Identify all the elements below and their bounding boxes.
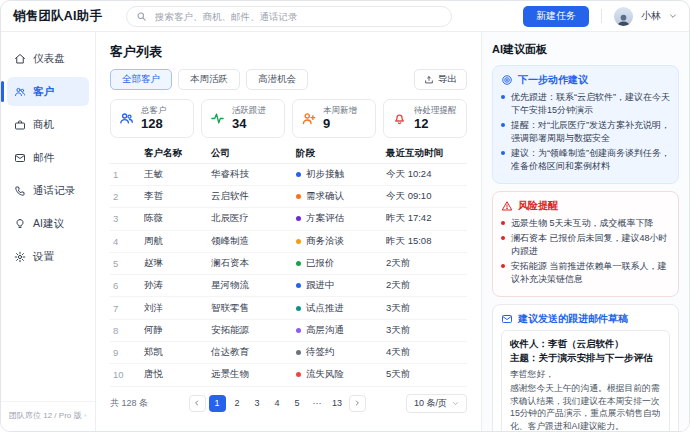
table-row[interactable]: 7 刘洋 智联零售 试点推进 3天前 — [110, 297, 467, 319]
customer-name: 唐悦 — [144, 368, 211, 381]
table-header: 客户名称 公司 阶段 最近互动时间 — [110, 144, 467, 164]
stat-value: 12 — [414, 116, 457, 132]
stage-cell: 试点推进 — [296, 302, 386, 315]
stage-dot — [296, 239, 301, 244]
last-interaction-time: 3天前 — [386, 324, 467, 337]
stage-dot — [296, 261, 301, 266]
lightbulb-icon — [14, 218, 26, 230]
table-row[interactable]: 9 郑凯 信达教育 待签约 4天前 — [110, 342, 467, 364]
stage-cell: 初步接触 — [296, 168, 386, 181]
chevron-right-icon — [353, 399, 361, 407]
tab-active-this-week[interactable]: 本周活跃 — [178, 69, 240, 90]
column-header-last-interaction: 最近互动时间 — [386, 147, 467, 160]
stage-dot — [296, 216, 301, 221]
email-subject: 主题：关于演示安排与下一步评估 — [510, 351, 661, 366]
row-index: 6 — [110, 280, 144, 291]
sidebar-item-label: 商机 — [33, 118, 54, 132]
sidebar-item-customers[interactable]: 客户 — [7, 77, 89, 106]
table-row[interactable]: 10 唐悦 远景生物 流失风险 5天前 — [110, 364, 467, 386]
last-interaction-time: 昨天 17:42 — [386, 212, 467, 225]
risk-header: 风险提醒 — [501, 199, 670, 213]
sidebar-item-call-log[interactable]: 通话记录 — [7, 176, 89, 205]
page-button[interactable]: 3 — [249, 395, 266, 412]
last-interaction-time: 2天前 — [386, 279, 467, 292]
page-button[interactable]: 2 — [229, 395, 246, 412]
next-actions-list: 优先跟进：联系“云启软件”，建议在今天下午安排15分钟演示提醒：对“北辰医疗”发… — [501, 91, 670, 173]
sidebar-item-settings[interactable]: 设置 — [7, 242, 89, 271]
last-interaction-time: 2天前 — [386, 257, 467, 270]
email-draft-box: 收件人：李哲（云启软件） 主题：关于演示安排与下一步评估 李哲您好，感谢您今天上… — [501, 330, 670, 431]
company-name: 信达教育 — [211, 346, 296, 359]
bullet-dot — [501, 95, 505, 99]
briefcase-icon — [14, 119, 26, 131]
sidebar-item-mail[interactable]: 邮件 — [7, 143, 89, 172]
export-button[interactable]: 导出 — [414, 69, 467, 90]
page-size-select[interactable]: 10 条/页 — [406, 394, 467, 413]
row-index: 3 — [110, 213, 144, 224]
sidebar-item-ai-suggestions[interactable]: AI建议 — [7, 209, 89, 238]
stage-dot — [296, 306, 301, 311]
export-label: 导出 — [438, 73, 457, 86]
stat-new-this-week: 本周新增 9 — [292, 99, 376, 138]
header-divider — [601, 9, 602, 23]
app-title: 销售团队AI助手 — [13, 8, 102, 25]
customer-name: 孙涛 — [144, 279, 211, 292]
table-row[interactable]: 3 陈薇 北辰医疗 方案评估 昨天 17:42 — [110, 208, 467, 230]
page-button[interactable]: ··· — [309, 395, 326, 412]
page-numbers: 12345···13 — [189, 395, 366, 412]
company-name: 智联零售 — [211, 302, 296, 315]
table-row[interactable]: 8 何静 安拓能源 高层沟通 3天前 — [110, 320, 467, 342]
page-button[interactable]: 1 — [209, 395, 226, 412]
sidebar-item-label: 通话记录 — [33, 184, 75, 198]
prev-page-button[interactable] — [189, 395, 206, 412]
global-search[interactable] — [126, 6, 452, 27]
page-button[interactable]: 13 — [329, 395, 346, 412]
stage-label: 试点推进 — [306, 302, 344, 315]
bullet-dot — [501, 236, 505, 240]
suggestion-item: 提醒：对“北辰医疗”发送方案补充说明，强调部署周期与数据安全 — [501, 119, 670, 144]
stage-label: 方案评估 — [306, 212, 344, 225]
mail-icon — [501, 313, 513, 325]
avatar[interactable] — [614, 7, 633, 26]
chevron-down-icon[interactable] — [669, 12, 677, 20]
table-row[interactable]: 6 孙涛 星河物流 跟进中 2天前 — [110, 275, 467, 297]
stat-active-followups: 活跃跟进 34 — [201, 99, 285, 138]
sidebar-item-label: AI建议 — [33, 217, 64, 231]
table-row[interactable]: 5 赵琳 澜石资本 已报价 2天前 — [110, 253, 467, 275]
page-size-value: 10 条/页 — [414, 397, 447, 410]
customer-name: 刘洋 — [144, 302, 211, 315]
customer-name: 何静 — [144, 324, 211, 337]
stat-label: 待处理提醒 — [414, 105, 457, 116]
page-button[interactable]: 4 — [269, 395, 286, 412]
customer-name: 赵琳 — [144, 257, 211, 270]
new-task-button[interactable]: 新建任务 — [523, 6, 589, 27]
user-name[interactable]: 小林 — [641, 9, 661, 23]
tab-high-potential[interactable]: 高潜机会 — [246, 69, 308, 90]
stage-dot — [296, 194, 301, 199]
next-page-button[interactable] — [349, 395, 366, 412]
stage-label: 跟进中 — [306, 279, 335, 292]
stage-dot — [296, 350, 301, 355]
table-row[interactable]: 2 李哲 云启软件 需求确认 今天 09:10 — [110, 186, 467, 208]
email-draft-card: 建议发送的跟进邮件草稿 收件人：李哲（云启软件） 主题：关于演示安排与下一步评估… — [492, 304, 679, 431]
team-seats-label: 团队席位 12 / Pro 版 — [9, 410, 81, 421]
table-row[interactable]: 1 王敏 华睿科技 初步接触 今天 10:24 — [110, 164, 467, 186]
search-input[interactable] — [153, 10, 442, 23]
sidebar-item-label: 邮件 — [33, 151, 54, 165]
risk-card: 风险提醒 远景生物 5天未互动，成交概率下降澜石资本 已报价后未回复，建议48小… — [492, 191, 679, 297]
tab-all-customers[interactable]: 全部客户 — [110, 69, 172, 90]
table-row[interactable]: 4 周航 领峰制造 商务洽谈 昨天 15:08 — [110, 231, 467, 253]
email-body-line: 感谢您今天上午的沟通。根据目前的需求确认结果，我们建议在本周安排一次15分钟的产… — [510, 382, 661, 431]
sidebar-item-opportunities[interactable]: 商机 — [7, 110, 89, 139]
sidebar-item-dashboard[interactable]: 仪表盘 — [7, 44, 89, 73]
target-icon — [501, 74, 513, 86]
column-header-company: 公司 — [211, 147, 296, 160]
email-draft-header: 建议发送的跟进邮件草稿 — [501, 312, 670, 326]
stat-total-customers: 总客户 128 — [110, 99, 194, 138]
page-title: 客户列表 — [110, 43, 467, 61]
page-button[interactable]: 5 — [289, 395, 306, 412]
stage-cell: 跟进中 — [296, 279, 386, 292]
app-window: 销售团队AI助手 新建任务 小林 仪表盘 客户 商机 邮件 — [0, 0, 690, 432]
stat-label: 总客户 — [141, 105, 167, 116]
info-icon[interactable] — [84, 411, 87, 420]
